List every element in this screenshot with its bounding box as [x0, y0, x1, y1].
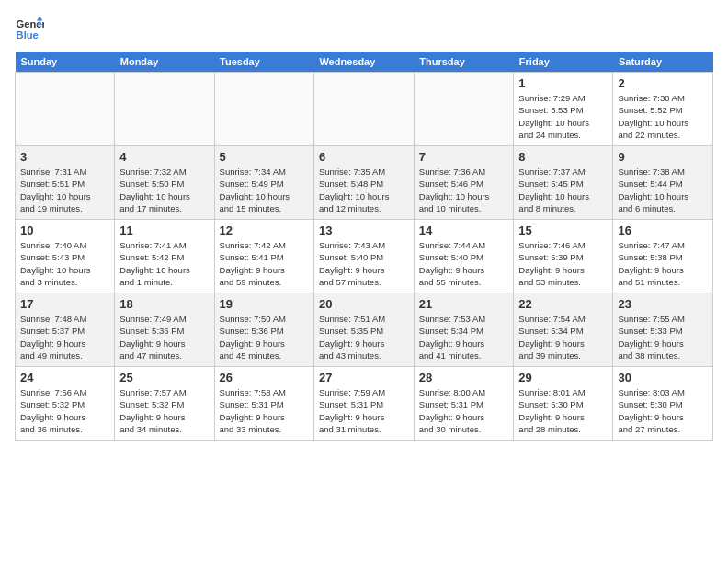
day-number: 28	[419, 371, 509, 385]
day-number: 2	[618, 76, 708, 90]
header-wednesday: Wednesday	[313, 52, 414, 73]
calendar-cell: 23Sunrise: 7:55 AM Sunset: 5:33 PM Dayli…	[613, 293, 713, 367]
calendar-cell: 16Sunrise: 7:47 AM Sunset: 5:38 PM Dayli…	[613, 220, 713, 293]
calendar-cell: 17Sunrise: 7:48 AM Sunset: 5:37 PM Dayli…	[16, 293, 115, 367]
week-row-2: 10Sunrise: 7:40 AM Sunset: 5:43 PM Dayli…	[16, 220, 713, 293]
day-info: Sunrise: 7:29 AM Sunset: 5:53 PM Dayligh…	[518, 92, 608, 141]
day-number: 21	[419, 297, 509, 311]
day-info: Sunrise: 7:46 AM Sunset: 5:39 PM Dayligh…	[518, 239, 608, 288]
day-number: 6	[319, 150, 409, 164]
day-number: 5	[220, 150, 309, 164]
calendar-cell: 10Sunrise: 7:40 AM Sunset: 5:43 PM Dayli…	[16, 220, 115, 293]
day-number: 24	[20, 371, 109, 385]
day-info: Sunrise: 7:30 AM Sunset: 5:52 PM Dayligh…	[618, 92, 708, 141]
calendar-cell: 15Sunrise: 7:46 AM Sunset: 5:39 PM Dayli…	[514, 220, 613, 293]
logo: General Blue	[15, 15, 48, 44]
calendar-cell: 4Sunrise: 7:32 AM Sunset: 5:50 PM Daylig…	[115, 146, 214, 220]
calendar-cell	[214, 73, 313, 146]
header-sunday: Sunday	[16, 52, 115, 73]
day-number: 10	[20, 224, 109, 237]
day-number: 15	[518, 224, 608, 237]
calendar-cell: 6Sunrise: 7:35 AM Sunset: 5:48 PM Daylig…	[313, 146, 414, 220]
day-info: Sunrise: 7:59 AM Sunset: 5:31 PM Dayligh…	[319, 386, 409, 435]
calendar-cell	[313, 73, 414, 146]
day-number: 23	[618, 297, 708, 311]
day-info: Sunrise: 7:34 AM Sunset: 5:49 PM Dayligh…	[220, 166, 309, 214]
day-number: 20	[319, 297, 409, 311]
svg-text:Blue: Blue	[17, 29, 39, 40]
calendar-cell	[16, 73, 115, 146]
week-row-3: 17Sunrise: 7:48 AM Sunset: 5:37 PM Dayli…	[16, 293, 713, 367]
logo-icon: General Blue	[15, 15, 44, 44]
day-number: 17	[20, 297, 109, 311]
header-monday: Monday	[115, 52, 214, 73]
calendar-cell: 12Sunrise: 7:42 AM Sunset: 5:41 PM Dayli…	[214, 220, 313, 293]
day-info: Sunrise: 7:47 AM Sunset: 5:38 PM Dayligh…	[618, 239, 708, 288]
day-number: 26	[220, 371, 309, 385]
calendar-cell: 18Sunrise: 7:49 AM Sunset: 5:36 PM Dayli…	[115, 293, 214, 367]
day-info: Sunrise: 7:38 AM Sunset: 5:44 PM Dayligh…	[618, 166, 708, 214]
calendar-cell: 27Sunrise: 7:59 AM Sunset: 5:31 PM Dayli…	[313, 367, 414, 441]
day-number: 4	[119, 150, 209, 164]
calendar-cell: 8Sunrise: 7:37 AM Sunset: 5:45 PM Daylig…	[514, 146, 613, 220]
week-row-0: 1Sunrise: 7:29 AM Sunset: 5:53 PM Daylig…	[16, 73, 713, 146]
calendar-cell: 3Sunrise: 7:31 AM Sunset: 5:51 PM Daylig…	[16, 146, 115, 220]
day-number: 7	[419, 150, 509, 164]
day-info: Sunrise: 7:44 AM Sunset: 5:40 PM Dayligh…	[419, 239, 509, 288]
calendar-header-row: SundayMondayTuesdayWednesdayThursdayFrid…	[16, 52, 713, 73]
day-number: 11	[119, 224, 209, 237]
day-number: 25	[119, 371, 209, 385]
day-info: Sunrise: 7:36 AM Sunset: 5:46 PM Dayligh…	[419, 166, 509, 214]
day-number: 19	[220, 297, 309, 311]
week-row-4: 24Sunrise: 7:56 AM Sunset: 5:32 PM Dayli…	[16, 367, 713, 441]
day-number: 1	[518, 76, 608, 90]
day-info: Sunrise: 7:58 AM Sunset: 5:31 PM Dayligh…	[220, 386, 309, 435]
header-tuesday: Tuesday	[214, 52, 313, 73]
calendar-cell: 30Sunrise: 8:03 AM Sunset: 5:30 PM Dayli…	[613, 367, 713, 441]
day-number: 16	[618, 224, 708, 237]
day-number: 14	[419, 224, 509, 237]
day-info: Sunrise: 8:00 AM Sunset: 5:31 PM Dayligh…	[419, 386, 509, 435]
day-info: Sunrise: 7:55 AM Sunset: 5:33 PM Dayligh…	[618, 313, 708, 362]
day-number: 22	[518, 297, 608, 311]
day-info: Sunrise: 7:50 AM Sunset: 5:36 PM Dayligh…	[220, 313, 309, 362]
calendar-cell: 1Sunrise: 7:29 AM Sunset: 5:53 PM Daylig…	[514, 73, 613, 146]
calendar-cell: 21Sunrise: 7:53 AM Sunset: 5:34 PM Dayli…	[414, 293, 514, 367]
calendar-cell: 13Sunrise: 7:43 AM Sunset: 5:40 PM Dayli…	[313, 220, 414, 293]
day-info: Sunrise: 7:51 AM Sunset: 5:35 PM Dayligh…	[319, 313, 409, 362]
calendar-cell: 7Sunrise: 7:36 AM Sunset: 5:46 PM Daylig…	[414, 146, 514, 220]
calendar-cell: 26Sunrise: 7:58 AM Sunset: 5:31 PM Dayli…	[214, 367, 313, 441]
calendar-cell: 19Sunrise: 7:50 AM Sunset: 5:36 PM Dayli…	[214, 293, 313, 367]
day-info: Sunrise: 7:31 AM Sunset: 5:51 PM Dayligh…	[20, 166, 109, 214]
calendar-cell: 5Sunrise: 7:34 AM Sunset: 5:49 PM Daylig…	[214, 146, 313, 220]
day-info: Sunrise: 8:03 AM Sunset: 5:30 PM Dayligh…	[618, 386, 708, 435]
week-row-1: 3Sunrise: 7:31 AM Sunset: 5:51 PM Daylig…	[16, 146, 713, 220]
day-info: Sunrise: 7:37 AM Sunset: 5:45 PM Dayligh…	[518, 166, 608, 214]
calendar-table: SundayMondayTuesdayWednesdayThursdayFrid…	[15, 52, 713, 441]
calendar-cell: 29Sunrise: 8:01 AM Sunset: 5:30 PM Dayli…	[514, 367, 613, 441]
day-info: Sunrise: 7:56 AM Sunset: 5:32 PM Dayligh…	[20, 386, 109, 435]
day-number: 27	[319, 371, 409, 385]
day-info: Sunrise: 7:42 AM Sunset: 5:41 PM Dayligh…	[220, 239, 309, 288]
calendar-cell: 25Sunrise: 7:57 AM Sunset: 5:32 PM Dayli…	[115, 367, 214, 441]
calendar-cell: 11Sunrise: 7:41 AM Sunset: 5:42 PM Dayli…	[115, 220, 214, 293]
day-info: Sunrise: 7:32 AM Sunset: 5:50 PM Dayligh…	[119, 166, 209, 214]
calendar-cell: 20Sunrise: 7:51 AM Sunset: 5:35 PM Dayli…	[313, 293, 414, 367]
day-info: Sunrise: 7:35 AM Sunset: 5:48 PM Dayligh…	[319, 166, 409, 214]
calendar-cell: 28Sunrise: 8:00 AM Sunset: 5:31 PM Dayli…	[414, 367, 514, 441]
day-number: 30	[618, 371, 708, 385]
day-number: 18	[119, 297, 209, 311]
calendar-cell: 24Sunrise: 7:56 AM Sunset: 5:32 PM Dayli…	[16, 367, 115, 441]
day-info: Sunrise: 7:43 AM Sunset: 5:40 PM Dayligh…	[319, 239, 409, 288]
calendar-cell	[115, 73, 214, 146]
header-saturday: Saturday	[613, 52, 713, 73]
day-number: 3	[20, 150, 109, 164]
calendar-cell: 14Sunrise: 7:44 AM Sunset: 5:40 PM Dayli…	[414, 220, 514, 293]
day-info: Sunrise: 7:57 AM Sunset: 5:32 PM Dayligh…	[119, 386, 209, 435]
calendar-cell: 2Sunrise: 7:30 AM Sunset: 5:52 PM Daylig…	[613, 73, 713, 146]
day-info: Sunrise: 7:41 AM Sunset: 5:42 PM Dayligh…	[119, 239, 209, 288]
calendar-cell: 22Sunrise: 7:54 AM Sunset: 5:34 PM Dayli…	[514, 293, 613, 367]
day-number: 12	[220, 224, 309, 237]
day-number: 9	[618, 150, 708, 164]
day-info: Sunrise: 7:54 AM Sunset: 5:34 PM Dayligh…	[518, 313, 608, 362]
